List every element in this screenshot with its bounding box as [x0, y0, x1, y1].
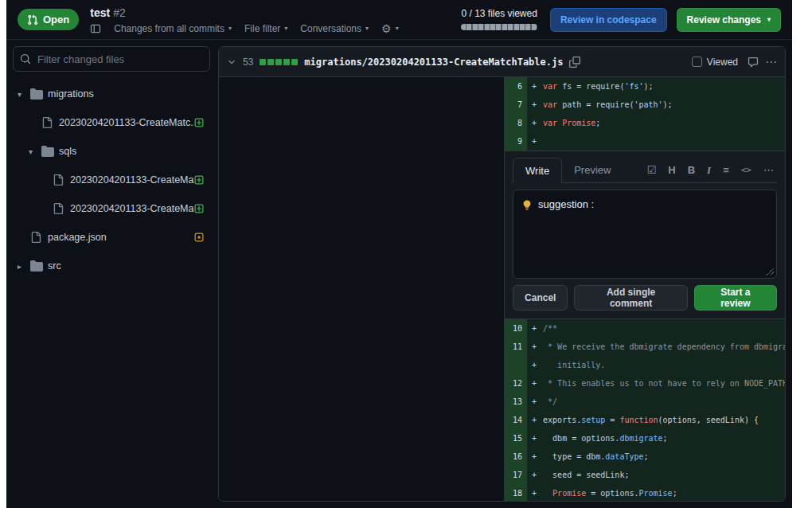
resize-grip[interactable]: [766, 268, 774, 275]
file-tree: ▾migrations20230204201133-CreateMatc...▾…: [13, 80, 210, 280]
heading-icon[interactable]: H: [668, 165, 675, 175]
filter-files-box: [13, 46, 210, 72]
diff-add-marker: +: [532, 393, 543, 411]
line-number[interactable]: 12: [505, 374, 527, 393]
files-viewed-count: 0 / 13 files viewed: [461, 8, 537, 19]
line-number[interactable]: 8: [505, 114, 527, 132]
tree-file-20230204201133-createmat[interactable]: 20230204201133-CreateMat...: [13, 166, 210, 194]
diff-modified-icon: [194, 233, 204, 242]
code-icon[interactable]: <>: [741, 166, 751, 174]
comment-tabs: WritePreview: [513, 158, 623, 182]
diff-main: 53 migrations/20230204201133-CreateMatch…: [218, 46, 786, 502]
line-number[interactable]: 10: [505, 319, 527, 338]
cancel-button[interactable]: Cancel: [513, 285, 568, 311]
diffstat-block-added: [283, 59, 290, 65]
line-number[interactable]: 18: [505, 484, 527, 502]
line-number[interactable]: 6: [505, 77, 527, 96]
review-in-codespace-button[interactable]: Review in codespace: [550, 8, 667, 32]
lightbulb-emoji: [521, 199, 533, 211]
caret-down-icon: ▾: [365, 25, 369, 32]
diff-add-marker: +: [532, 77, 543, 96]
caret-down-icon: ▾: [228, 25, 232, 32]
chevron-down-icon[interactable]: ▾: [29, 147, 41, 156]
review-changes-label: Review changes: [687, 14, 761, 25]
code-line: + initially.: [527, 356, 785, 374]
file-options-kebab-icon[interactable]: ⋯: [765, 56, 777, 68]
diff-add-marker: +: [532, 484, 543, 502]
diff-add-marker: +: [532, 374, 543, 393]
file-tree-toggle-button[interactable]: [90, 23, 101, 34]
unordered-list-icon[interactable]: ≡: [723, 165, 729, 175]
line-number[interactable]: 11: [505, 338, 527, 356]
chevron-down-icon[interactable]: ▾: [18, 90, 30, 99]
diff-add-marker: +: [532, 338, 543, 356]
toggle-comments-button[interactable]: [748, 57, 759, 68]
tree-folder-migrations[interactable]: ▾migrations: [13, 80, 210, 108]
add-single-comment-button[interactable]: Add single comment: [574, 285, 687, 311]
diffstat-block-added: [291, 59, 298, 65]
tab-preview[interactable]: Preview: [562, 158, 623, 182]
diff-row: 11+ * We receive the dbmigrate dependenc…: [505, 338, 785, 356]
gear-icon: ⚙: [381, 23, 392, 34]
pr-state-badge: Open: [18, 9, 79, 30]
tree-item-label: sqls: [59, 146, 76, 157]
git-pull-request-icon: [27, 14, 38, 25]
tab-write[interactable]: Write: [513, 158, 562, 183]
tasklist-icon[interactable]: ☑: [647, 165, 657, 175]
folder-icon: [41, 145, 59, 158]
diff-add-marker: +: [532, 356, 543, 374]
conversations-label: Conversations: [300, 23, 361, 34]
italic-icon[interactable]: I: [707, 165, 711, 175]
files-viewed-progressbar: [461, 24, 537, 30]
line-number[interactable]: 9: [505, 132, 527, 150]
line-number[interactable]: 14: [505, 411, 527, 429]
filter-changed-files-input[interactable]: [13, 46, 210, 72]
file-filter-dropdown[interactable]: File filter ▾: [244, 23, 287, 34]
line-number[interactable]: 13: [505, 393, 527, 411]
comment-textarea[interactable]: suggestion :: [513, 190, 777, 279]
pr-title-block: test#2 Changes from all commits ▾ File f…: [90, 6, 398, 34]
line-number[interactable]: 15: [505, 429, 527, 447]
code-line: +exports.setup = function(options, seedL…: [527, 411, 785, 429]
start-review-button[interactable]: Start a review: [694, 285, 777, 311]
diff-added-icon: [194, 118, 204, 127]
code-line: + */: [527, 393, 785, 411]
line-number[interactable]: [505, 356, 527, 374]
tree-file-20230204201133-createmat[interactable]: 20230204201133-CreateMat...: [13, 194, 210, 223]
bold-icon[interactable]: B: [688, 165, 695, 175]
tree-item-label: migrations: [48, 88, 94, 100]
copy-path-button[interactable]: [569, 57, 580, 68]
line-number[interactable]: 7: [505, 96, 527, 114]
tree-file-package-json[interactable]: package.json: [13, 223, 210, 252]
diffstat-blocks: [260, 59, 298, 65]
comment-tabs-row: WritePreview ☑HBI≡<>⋯: [513, 158, 777, 183]
code-line: +var fs = require('fs');: [527, 77, 785, 96]
comment-form-actions: Cancel Add single comment Start a review: [513, 285, 777, 311]
diff-row: 9+: [505, 132, 785, 150]
diff-row: 15+ dbm = options.dbmigrate;: [505, 429, 785, 447]
tree-folder-src[interactable]: ▸src: [13, 252, 210, 280]
toolbar-overflow-icon[interactable]: ⋯: [763, 165, 774, 175]
line-number[interactable]: 16: [505, 447, 527, 466]
review-changes-button[interactable]: Review changes ▾: [677, 8, 781, 32]
folder-icon: [30, 260, 48, 272]
file-icon: [53, 174, 70, 186]
diff-add-marker: +: [532, 429, 543, 447]
diff-row: 17+ seed = seedLink;: [505, 466, 785, 484]
chevron-right-icon[interactable]: ▸: [18, 262, 30, 271]
code-line: +/**: [527, 319, 785, 338]
tree-file-20230204201133-creatematc[interactable]: 20230204201133-CreateMatc...: [13, 108, 210, 137]
pr-files-changed-page: Open test#2 Changes from all commits ▾ F…: [6, 0, 792, 508]
viewed-checkbox[interactable]: [692, 57, 702, 67]
line-number[interactable]: 17: [505, 466, 527, 484]
tree-folder-sqls[interactable]: ▾sqls: [13, 137, 210, 166]
inline-comment-form: WritePreview ☑HBI≡<>⋯ suggestion : Cance…: [505, 150, 785, 319]
changes-from-commits-dropdown[interactable]: Changes from all commits ▾: [114, 23, 232, 34]
viewed-toggle[interactable]: Viewed: [692, 57, 738, 68]
collapse-file-chevron-icon[interactable]: [227, 57, 236, 67]
diffstat-block-added: [260, 59, 266, 65]
file-path-link[interactable]: migrations/20230204201133-CreateMatchTab…: [304, 57, 563, 68]
conversations-dropdown[interactable]: Conversations ▾: [300, 23, 369, 34]
diff-settings-dropdown[interactable]: ⚙ ▾: [381, 23, 399, 34]
diff-row: 8+var Promise;: [505, 114, 785, 132]
